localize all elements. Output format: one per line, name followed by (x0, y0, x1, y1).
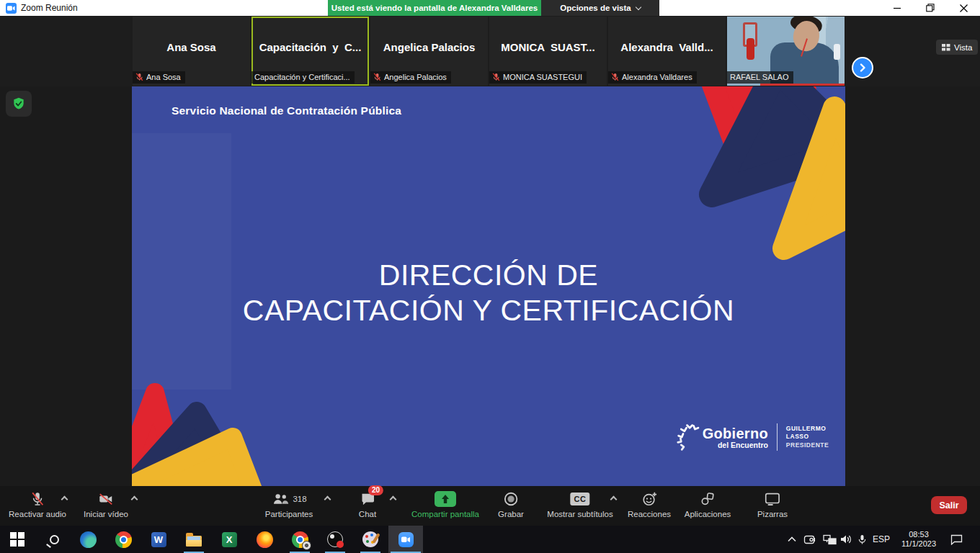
chat-unread-badge: 20 (368, 485, 383, 495)
windows-taskbar: W X ESP 08:53 11/1/2023 (0, 526, 980, 553)
taskbar-file-explorer[interactable] (177, 526, 211, 553)
slide-title: DIRECCIÓN DE CAPACITACIÓN Y CERTIFICACIÓ… (132, 258, 845, 328)
screen-share-banner: Usted está viendo la pantalla de Alexand… (328, 0, 541, 16)
apps-icon (700, 491, 716, 507)
action-center-icon[interactable] (945, 526, 967, 553)
participant-tile-video[interactable]: RAFAEL SALAO (727, 17, 845, 86)
restore-button[interactable] (914, 0, 947, 16)
closed-captions-icon: CC (571, 493, 590, 505)
unmute-audio-button[interactable]: Reactivar audio (9, 490, 66, 518)
taskbar-chrome-meeting[interactable] (282, 526, 317, 553)
slide-header-text: Servicio Nacional de Contratación Públic… (172, 104, 401, 117)
vista-view-button[interactable]: Vista (936, 40, 978, 55)
chevron-down-icon (635, 4, 641, 9)
mic-muted-icon (611, 73, 619, 81)
minimize-button[interactable] (881, 0, 914, 16)
view-options-button[interactable]: Opciones de vista (541, 0, 659, 16)
window-title: Zoom Reunión (21, 3, 78, 13)
edge-icon (80, 531, 97, 548)
close-button[interactable] (947, 0, 980, 16)
whiteboards-button[interactable]: Pizarras (757, 490, 788, 518)
tray-mic-icon[interactable] (855, 526, 869, 553)
taskbar-search-button[interactable] (35, 526, 70, 553)
zoom-app-icon (6, 3, 17, 14)
gobierno-wordmark: Gobierno (703, 426, 768, 442)
taskbar-edge[interactable] (71, 526, 105, 553)
participant-label: Ana Sosa (146, 73, 181, 81)
participant-label: Angelica Palacios (384, 73, 447, 81)
participant-label: RAFAEL SALAO (730, 73, 789, 81)
participant-label: Capacitación y Certificaci... (254, 73, 350, 81)
grid-view-icon (942, 44, 950, 51)
excel-icon: X (222, 532, 237, 547)
participants-icon (271, 492, 289, 506)
leave-meeting-button[interactable]: Salir (931, 496, 967, 514)
chrome-icon (115, 531, 132, 548)
mic-muted-icon (492, 73, 500, 81)
mic-muted-icon (135, 73, 143, 81)
next-participants-button[interactable] (852, 57, 873, 78)
start-video-button[interactable]: Iniciar vídeo (84, 490, 128, 518)
record-button[interactable]: Grabar (498, 490, 524, 518)
participant-label: MONICA SUASTEGUI (503, 73, 582, 81)
taskbar-paint[interactable] (353, 526, 388, 553)
participant-tile[interactable]: Alexandra Valld... Alexandra Valldares (608, 17, 726, 86)
camera-muted-icon (97, 491, 115, 507)
taskbar-excel[interactable]: X (212, 526, 246, 553)
participant-tile[interactable]: MONICA SUAST... MONICA SUASTEGUI (489, 17, 607, 86)
taskbar-word[interactable]: W (141, 526, 176, 553)
shared-screen-area: Servicio Nacional de Contratación Públic… (0, 86, 980, 486)
share-screen-icon (435, 491, 456, 507)
taskbar-firefox[interactable] (247, 526, 282, 553)
tray-clock[interactable]: 08:53 11/1/2023 (895, 526, 943, 553)
taskbar-zoom-active[interactable] (388, 526, 423, 553)
zoom-title-bar: Zoom Reunión Usted está viendo la pantal… (0, 0, 980, 16)
tray-network-icon[interactable] (820, 526, 839, 553)
chat-chevron[interactable] (390, 496, 397, 503)
whiteboard-icon (764, 491, 781, 507)
record-icon (503, 491, 519, 507)
reactions-button[interactable]: Reacciones (628, 490, 671, 518)
zoom-meeting-toolbar: Reactivar audio Iniciar vídeo 318 Partic… (0, 486, 980, 526)
participant-tile-active[interactable]: Capacitación y C... Capacitación y Certi… (251, 17, 369, 86)
smiley-plus-icon (641, 491, 658, 507)
firefox-icon (257, 531, 273, 548)
start-button[interactable] (0, 526, 35, 553)
participant-label: Alexandra Valldares (622, 73, 692, 81)
participant-video-strip: Ana Sosa Ana Sosa Capacitación y C... Ca… (0, 16, 980, 86)
search-icon (50, 535, 59, 544)
encryption-shield-icon[interactable] (6, 91, 32, 117)
taskbar-chrome[interactable] (106, 526, 141, 553)
video-options-chevron[interactable] (131, 496, 138, 503)
participant-tile[interactable]: Angelica Palacios Angelica Palacios (370, 17, 488, 86)
tray-language[interactable]: ESP (870, 526, 892, 553)
captions-button[interactable]: CC Mostrar subtítulos (547, 490, 612, 518)
mic-muted-icon (30, 491, 45, 507)
tray-screen-record-icon[interactable] (801, 526, 819, 553)
obs-icon (327, 531, 343, 547)
tray-date: 11/1/2023 (901, 539, 936, 549)
apps-button[interactable]: Aplicaciones (685, 490, 731, 518)
share-screen-button[interactable]: Compartir pantalla (411, 490, 479, 518)
chat-button[interactable]: 20 Chat (359, 490, 376, 518)
windows-logo-icon (10, 532, 24, 547)
word-icon: W (151, 532, 166, 547)
participant-tile[interactable]: Ana Sosa Ana Sosa (133, 17, 250, 86)
gobierno-logo: Gobierno del Encuentro GUILLERMO LASSO P… (676, 421, 845, 453)
taskbar-obs[interactable] (318, 526, 352, 553)
participant-count: 318 (293, 495, 306, 503)
mic-muted-icon (373, 73, 381, 81)
paint-icon (362, 531, 378, 547)
participants-chevron[interactable] (324, 496, 331, 503)
sun-rays-icon (676, 421, 701, 453)
participants-button[interactable]: 318 Participantes (265, 490, 313, 518)
file-explorer-icon (186, 536, 202, 547)
tray-time: 08:53 (901, 530, 936, 539)
zoom-icon (398, 532, 414, 547)
tray-expand-chevron[interactable] (784, 526, 800, 553)
presentation-slide: Servicio Nacional de Contratación Públic… (132, 86, 845, 486)
president-name: GUILLERMO LASSO (786, 425, 845, 441)
tray-speaker-icon[interactable] (837, 526, 855, 553)
